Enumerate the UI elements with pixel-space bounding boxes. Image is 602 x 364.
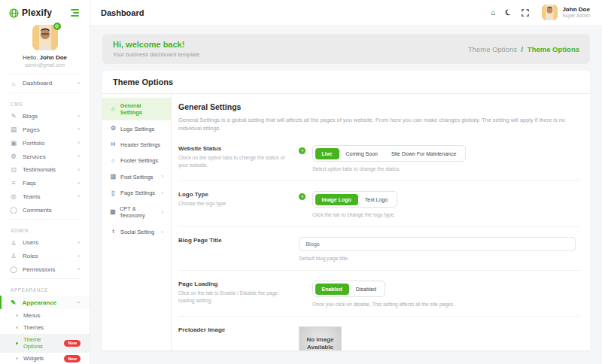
sidebar-subitem-widgets[interactable]: Widgets New (0, 353, 90, 364)
user-menu[interactable]: John Doe Super Admin (542, 5, 590, 20)
gears-icon: ⚙ (110, 126, 117, 132)
app-root: Plexify ⚙ (0, 0, 602, 364)
nav-item-label: Logo Settings (120, 126, 154, 132)
main-area: Dashboard ⌂ ☾ (90, 0, 602, 364)
theme-options-card: Theme Options ⌂ General Settings ⚙ Logo … (102, 71, 590, 350)
shield-icon: ◯ (10, 266, 17, 273)
nav-item-general-settings[interactable]: ⌂ General Settings (102, 98, 171, 120)
section-label-appearance: APPEARANCE (0, 281, 90, 296)
profile-greeting: Hello, John Doe (0, 54, 90, 61)
bullet-icon (16, 314, 18, 317)
avatar (542, 5, 558, 20)
home-icon[interactable]: ⌂ (491, 9, 495, 17)
website-status-coming-soon-button[interactable]: Coming Soon (339, 148, 385, 159)
logo-type-text-button[interactable]: Text Logo (358, 194, 394, 205)
page-loading-disabled-button[interactable]: Disabled (349, 284, 383, 295)
pencil-icon: ✎ (10, 113, 17, 120)
avatar-status-gear-icon: ⚙ (53, 23, 61, 30)
sidebar-profile: ⚙ Hello, John Doe admin@gmail.com (0, 21, 90, 71)
file-icon: ▯ (110, 190, 117, 196)
sidebar-item-blogs[interactable]: ✎ Blogs › (0, 110, 90, 123)
sidebar-subitem-themes[interactable]: Themes (0, 321, 90, 333)
website-status-live-button[interactable]: Live (315, 148, 339, 159)
chevron-right-icon: › (78, 114, 80, 120)
sidebar-item-label: Teams (23, 193, 41, 200)
no-image-placeholder: No Image Available (299, 326, 342, 350)
sidebar-subitem-label: Themes (23, 324, 44, 331)
sidebar-item-label: Permissions (23, 266, 56, 273)
breadcrumb-parent[interactable]: Theme Options (468, 45, 517, 53)
sidebar-item-label: Pages (23, 126, 40, 133)
form-row-website-status: Website Status Clock on the option tabs … (178, 135, 579, 181)
sidebar-item-appearance[interactable]: ✎ Appearance › (0, 296, 90, 309)
page-loading-button-group: Enabled Disabled (312, 281, 385, 297)
sidebar-subitem-theme-options[interactable]: Theme Options New (0, 334, 90, 353)
card-title: Theme Options (102, 71, 590, 94)
monitor-icon: ▥ (110, 174, 117, 180)
sidebar-item-permissions[interactable]: ◯ Permissions › (0, 263, 90, 277)
sidebar-logo-row: Plexify (0, 0, 90, 21)
menu-toggle-icon[interactable] (69, 8, 81, 18)
globe-icon (9, 8, 19, 18)
chevron-right-icon: › (78, 126, 80, 132)
general-settings-panel: General Settings General Settings is a g… (172, 94, 590, 350)
sidebar-item-pages[interactable]: ▤ Pages › (0, 123, 90, 137)
sidebar-item-roles[interactable]: ♙ Roles › (0, 250, 90, 263)
field-helper: Default blog page title. (299, 256, 576, 261)
nav-item-page-settings[interactable]: ▯ Page Settings › (102, 185, 171, 201)
help-icon[interactable]: ? (299, 193, 306, 200)
nav-item-footer-settings[interactable]: ⌂ Footer Settings (102, 153, 171, 168)
sidebar-divider (9, 278, 81, 279)
sidebar-item-teams[interactable]: ◎ Teams › (0, 190, 90, 203)
fullscreen-icon[interactable] (521, 9, 529, 17)
welcome-title: Hi, welcome back! (113, 40, 199, 49)
chevron-right-icon: › (162, 229, 164, 235)
welcome-banner: Hi, welcome back! Your business dashboar… (102, 34, 590, 64)
website-status-maintenance-button[interactable]: Site Down For Maintenance (385, 148, 463, 159)
chevron-right-icon: › (78, 167, 80, 173)
sidebar-subitem-menus[interactable]: Menus (0, 309, 90, 321)
list-icon: ≡ (10, 180, 17, 187)
logo-type-button-group: Image Logo Text Logo (312, 191, 397, 208)
sidebar-item-portfolio[interactable]: ▣ Portfolio › (0, 136, 90, 150)
grid-icon: ▦ (110, 209, 116, 215)
nav-item-cpt-texonomy[interactable]: ▦ CPT & Texonomy › (102, 201, 171, 223)
nav-item-post-settings[interactable]: ▥ Post Settings › (102, 169, 171, 185)
nav-item-label: CPT & Texonomy (120, 205, 158, 219)
field-label: Blog Page Title (178, 237, 291, 244)
nav-item-label: General Settings (120, 102, 163, 116)
blog-page-title-input[interactable] (299, 237, 576, 251)
nav-item-logo-settings[interactable]: ⚙ Logo Settings (102, 120, 171, 136)
chevron-right-icon: › (78, 240, 80, 246)
panel-heading: General Settings (178, 102, 579, 111)
sidebar-item-testimonials[interactable]: ⊡ Testimonials › (0, 163, 90, 177)
form-row-blog-page-title: Blog Page Title Default blog page title. (178, 227, 579, 271)
chevron-right-icon: › (78, 140, 80, 146)
breadcrumb-current: Theme Options (528, 45, 579, 53)
dark-mode-moon-icon[interactable]: ☾ (504, 8, 513, 17)
chevron-right-icon: › (78, 80, 80, 86)
nav-item-social-setting[interactable]: t Social Setting › (102, 224, 171, 240)
breadcrumb: Theme Options / Theme Options (468, 45, 579, 53)
user-icon: ♙ (10, 253, 17, 259)
page-loading-enabled-button[interactable]: Enabled (315, 284, 349, 295)
form-row-logo-type: Logo Type Choose the logo type ? Image L… (178, 181, 579, 227)
settings-nav: ⌂ General Settings ⚙ Logo Settings H Hea… (102, 94, 172, 350)
sidebar-item-comments[interactable]: ◯ Comments (0, 203, 90, 217)
chevron-right-icon: › (78, 153, 80, 159)
sidebar-item-dashboard[interactable]: ⌂ Dashboard › (0, 77, 90, 90)
sidebar-item-label: Dashboard (23, 80, 52, 86)
sidebar-item-users[interactable]: ♙ Users › (0, 236, 90, 250)
nav-item-header-settings[interactable]: H Header Settings (102, 137, 171, 153)
teams-icon: ◎ (10, 193, 17, 200)
welcome-subtitle: Your business dashboard template (113, 51, 199, 58)
sidebar-item-faqs[interactable]: ≡ Faqs › (0, 177, 90, 190)
help-icon[interactable]: ? (299, 147, 306, 154)
breadcrumb-separator: / (521, 45, 524, 53)
profile-email: admin@gmail.com (0, 62, 90, 68)
logo-type-image-button[interactable]: Image Logo (315, 194, 358, 205)
sidebar-item-label: Roles (23, 253, 38, 259)
brand-logo[interactable]: Plexify (9, 8, 52, 18)
nav-item-label: Header Settings (120, 141, 160, 148)
sidebar-item-services[interactable]: ⚙ Services › (0, 150, 90, 163)
